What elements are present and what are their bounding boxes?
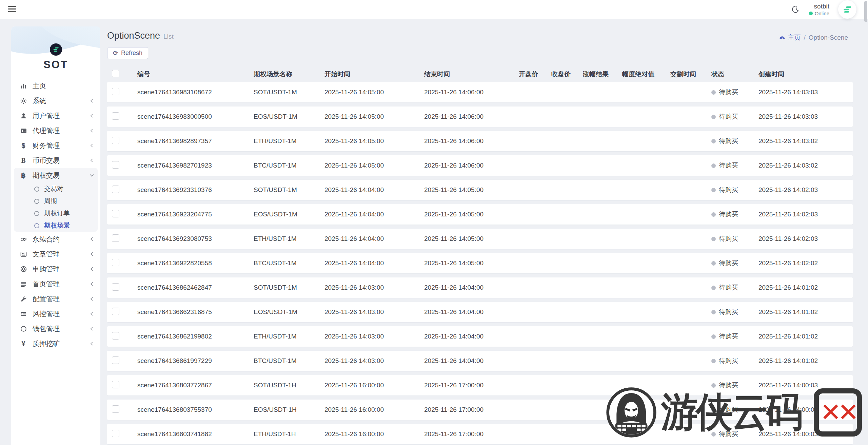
cell-status: 待购买 [711,259,758,268]
chevron-left-icon [89,252,94,256]
row-checkbox[interactable] [112,430,119,437]
sidebar-item-user-mgmt[interactable]: 用户管理 [11,108,100,123]
sidebar-item-label: 配置管理 [33,294,89,304]
cell-end: 2025-11-26 14:05:00 [424,235,519,243]
dark-mode-toggle-icon[interactable] [790,4,800,15]
refresh-button[interactable]: ⟳ Refresh [107,47,148,59]
cell-id: scene1764136803772867 [137,382,254,389]
cell-end: 2025-11-26 14:06:00 [424,113,519,120]
scrollbar-thumb[interactable] [864,1,867,22]
sidebar-item-label: 币币交易 [33,156,89,165]
row-checkbox[interactable] [112,161,119,169]
dollar-icon: $ [19,142,27,150]
cell-id: scene1764136922820558 [137,259,254,267]
sidebar-item-wallet-mgmt[interactable]: 钱包管理 [11,321,100,336]
row-checkbox[interactable] [112,308,119,315]
row-checkbox[interactable] [112,405,119,413]
cell-name: BTC/USDT-1M [254,162,324,169]
cell-status: 待购买 [711,210,758,219]
cell-end: 2025-11-26 14:05:00 [424,211,519,218]
menu-toggle-icon[interactable] [8,6,17,13]
sidebar-item-home[interactable]: 主页 [11,78,100,93]
sidebar-subitem-pair[interactable]: 交易对 [14,183,98,195]
sidebar-item-homepage-mgmt[interactable]: 首页管理 [11,276,100,291]
sidebar-subitem-option-scene[interactable]: 期权场景 [14,219,98,232]
row-checkbox[interactable] [112,186,119,193]
status-badge: 待购买 [719,259,738,268]
cell-id: scene1764136861997229 [137,357,254,365]
breadcrumb: 主页 / Option-Scene [779,33,848,42]
status-dot-icon [711,212,716,217]
cell-end: 2025-11-26 14:06:00 [424,162,519,169]
column-header: 期权场景名称 [254,70,324,79]
select-all-checkbox[interactable] [112,70,119,77]
sidebar-item-article-mgmt[interactable]: 文章管理 [11,247,100,262]
chevron-down-icon [89,173,94,178]
chevron-left-icon [89,267,94,271]
cell-name: ETH/USDT-1M [254,235,324,243]
cell-end: 2025-11-26 14:06:00 [424,137,519,145]
chevron-left-icon [89,113,94,118]
sidebar-subitem-option-order[interactable]: 期权订单 [14,207,98,219]
row-checkbox[interactable] [112,210,119,217]
sidebar: SOT 主页系统用户管理代理管理$财务管理B币币交易฿期权交易交易对周期期权订单… [11,26,100,445]
column-header: 交割时间 [670,70,711,79]
sidebar-item-option-trade[interactable]: ฿期权交易 [14,168,98,183]
sidebar-item-perpetual[interactable]: 永续合约 [11,232,100,247]
row-checkbox[interactable] [112,283,119,291]
breadcrumb-home[interactable]: 主页 [779,33,801,42]
user-name: sotbit [809,2,829,11]
cell-name: EOS/USDT-1M [254,113,324,120]
sidebar-item-label: 首页管理 [33,279,89,289]
user-block[interactable]: sotbit Online [809,2,829,17]
cell-id: scene1764136862199802 [137,333,254,340]
cell-end: 2025-11-26 14:04:00 [424,333,519,340]
indent-list-icon [19,310,27,317]
table-row: scene1764136923080753ETH/USDT-1M2025-11-… [107,229,853,249]
sidebar-menu: 主页系统用户管理代理管理$财务管理B币币交易฿期权交易交易对周期期权订单期权场景… [11,78,100,351]
cell-status: 待购买 [711,332,758,341]
row-checkbox[interactable] [112,381,119,388]
sidebar-subitem-period[interactable]: 周期 [14,195,98,207]
page-title: OptionSceneList [107,31,174,41]
cell-end: 2025-11-26 14:06:00 [424,89,519,96]
sidebar-item-spot-trade[interactable]: B币币交易 [11,153,100,168]
table-row: scene1764136862199802ETH/USDT-1M2025-11-… [107,326,853,347]
sidebar-subitem-label: 周期 [44,197,57,206]
bullet-icon [34,223,39,228]
cell-created: 2025-11-26 14:01:02 [758,284,853,291]
chevron-left-icon [89,311,94,316]
row-checkbox[interactable] [112,356,119,364]
dashboard-icon [779,34,786,41]
sidebar-item-system[interactable]: 系统 [11,93,100,108]
cell-end: 2025-11-26 14:04:00 [424,357,519,365]
sidebar-item-subscribe-mgmt[interactable]: 申购管理 [11,262,100,276]
chevron-left-icon [89,98,94,103]
cell-start: 2025-11-26 14:03:00 [324,333,424,340]
sidebar-subitem-label: 期权场景 [44,221,70,230]
cell-start: 2025-11-26 14:03:00 [324,357,424,365]
sidebar-item-agent-mgmt[interactable]: 代理管理 [11,123,100,138]
page-subtitle: List [163,33,174,40]
avatar[interactable] [838,0,856,19]
refresh-icon: ⟳ [113,50,118,56]
sidebar-item-staking[interactable]: ¥质押挖矿 [11,336,100,351]
row-checkbox[interactable] [112,234,119,242]
row-checkbox[interactable] [112,112,119,120]
cell-name: ETH/USDT-1M [254,137,324,145]
row-checkbox[interactable] [112,137,119,144]
cell-name: SOT/USDT-1M [254,89,324,96]
row-checkbox[interactable] [112,332,119,340]
cell-id: scene1764136982701923 [137,162,254,169]
row-checkbox[interactable] [112,259,119,266]
sidebar-item-config-mgmt[interactable]: 配置管理 [11,291,100,306]
column-header: 状态 [711,70,758,79]
status-badge: 待购买 [719,234,738,243]
sidebar-item-finance-mgmt[interactable]: $财务管理 [11,138,100,153]
sidebar-item-risk-mgmt[interactable]: 风控管理 [11,306,100,321]
watermark-text: 游侠云码 [661,385,801,440]
chevron-left-icon [89,143,94,148]
row-checkbox[interactable] [112,88,119,95]
status-badge: 待购买 [719,308,738,316]
cell-name: SOT/USDT-1M [254,284,324,291]
